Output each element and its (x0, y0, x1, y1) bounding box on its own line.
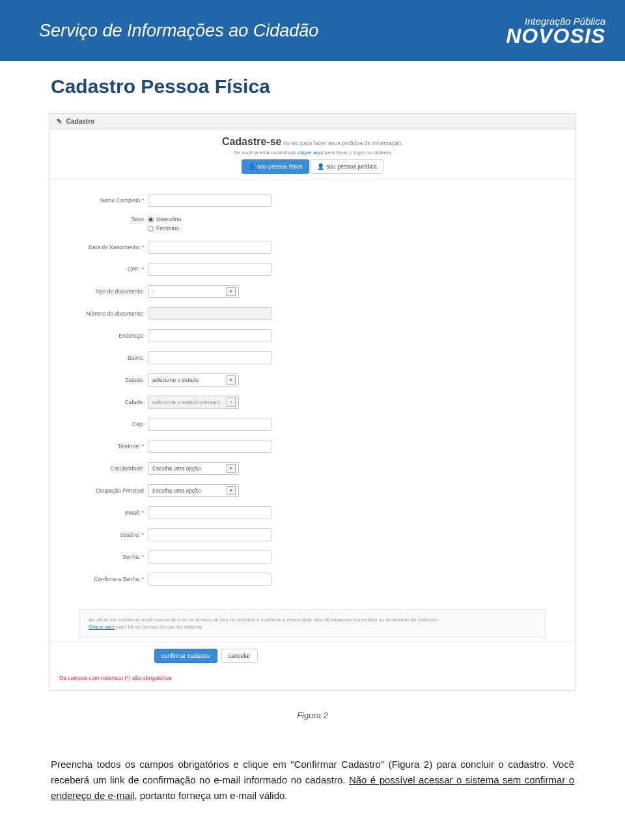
instruction-text-3: , portanto forneça um e-mail válido. (134, 790, 287, 801)
btn-pessoa-juridica[interactable]: 👤sou pessoa jurídica (311, 159, 383, 174)
chevron-down-icon: ▾ (227, 375, 236, 385)
label-usuario: Usuário: * (70, 532, 148, 538)
label-confirma-senha: Confirme a Senha: * (70, 576, 148, 582)
input-senha[interactable] (148, 550, 271, 563)
select-estado[interactable]: selecione o estado ▾ (148, 373, 239, 386)
page-heading: Cadastro Pessoa Física (0, 61, 625, 113)
label-cidade: Cidade: (70, 399, 148, 405)
label-bairro: Bairro: (70, 355, 148, 361)
panel-header-title: Cadastro (66, 118, 94, 125)
radio-feminino[interactable]: Feminino (148, 225, 179, 232)
top-banner: Serviço de Informações ao Cidadão Integr… (0, 0, 625, 61)
input-nome[interactable] (148, 194, 271, 207)
person-icon: 👤 (317, 163, 324, 170)
login-link[interactable]: clique aqui (298, 150, 323, 156)
select-value: - (152, 288, 154, 295)
headline-block: Cadastre-se no sic para fazer seus pedid… (50, 129, 575, 180)
btn-pessoa-juridica-label: sou pessoa jurídica (326, 163, 377, 170)
figure-caption: Figura 2 (0, 711, 625, 720)
form-actions: confirmar cadastro cancelar (50, 642, 575, 670)
person-icon: 👤 (248, 163, 255, 170)
label-numero-documento: Número do documento: (70, 310, 148, 317)
pencil-icon: ✎ (57, 118, 62, 125)
label-sexo: Sexo (70, 216, 148, 223)
radio-feminino-label: Feminino (156, 225, 179, 232)
select-ocupacao[interactable]: Escolha uma opção ▾ (148, 484, 239, 497)
banner-title: Serviço de Informações ao Cidadão (39, 21, 318, 41)
chevron-down-icon: ▾ (227, 464, 236, 473)
select-value: selecione o estado (152, 377, 199, 383)
terms-link[interactable]: Clique aqui (89, 624, 115, 630)
radio-masculino[interactable]: Masculino (148, 216, 181, 223)
input-telefone[interactable] (148, 440, 271, 453)
panel-header: ✎ Cadastro (50, 114, 575, 129)
banner-brand-block: Integração Pública NOVOSIS (506, 16, 605, 46)
label-cep: Cep: (70, 421, 148, 427)
select-value: Escolha uma opção (152, 465, 201, 472)
input-email[interactable] (148, 506, 271, 519)
label-ocupacao: Ocupação Principal (70, 487, 148, 494)
form-area: Nome Completo * Sexo Masculino Feminino … (50, 180, 575, 601)
btn-pessoa-fisica-label: sou pessoa física (257, 163, 303, 170)
select-value: Escolha uma opção (152, 487, 201, 494)
label-cpf: CPF: * (70, 266, 148, 273)
banner-brand: NOVOSIS (506, 27, 605, 46)
label-tipo-documento: Tipo de documento: (70, 288, 148, 295)
label-email: Email: * (70, 509, 148, 516)
required-fields-note: Os campos com Asterisco (*) são obrigató… (50, 670, 575, 686)
select-tipo-documento[interactable]: - ▾ (148, 285, 239, 298)
input-endereco[interactable] (148, 329, 271, 342)
btn-pessoa-fisica[interactable]: 👤sou pessoa física (242, 159, 309, 174)
input-numero-documento[interactable] (148, 307, 271, 320)
instruction-paragraph: Preencha todos os campos obrigatórios e … (0, 757, 625, 804)
select-escolaridade[interactable]: Escolha uma opção ▾ (148, 462, 239, 475)
label-nascimento: Data de Nascimento: * (70, 244, 148, 251)
login-hint-a: Se você já está cadastrado (234, 150, 298, 156)
radio-icon (148, 217, 154, 223)
select-value: selecione o estado primeiro (152, 399, 220, 405)
terms-box: Ao clicar em confirmar você concorda com… (79, 609, 546, 638)
chevron-down-icon: ▾ (227, 398, 236, 407)
confirm-button[interactable]: confirmar cadastro (154, 649, 217, 663)
label-estado: Estado: (70, 377, 148, 383)
label-telefone: Telefone: * (70, 443, 148, 450)
label-nome: Nome Completo * (70, 197, 148, 204)
headline-main: Cadastre-se (222, 136, 282, 147)
input-cpf[interactable] (148, 263, 271, 276)
login-hint: Se você já está cadastrado clique aqui p… (50, 150, 575, 156)
cancel-button[interactable]: cancelar (221, 649, 258, 663)
terms-line1: Ao clicar em confirmar você concorda com… (89, 616, 536, 623)
input-usuario[interactable] (148, 528, 271, 541)
login-hint-b: para fazer o login no sistema (323, 150, 391, 156)
headline-sub: no sic para fazer seus pedidos de inform… (282, 140, 404, 146)
radio-masculino-label: Masculino (156, 216, 181, 223)
input-bairro[interactable] (148, 351, 271, 364)
radio-icon (148, 226, 154, 232)
input-cep[interactable] (148, 418, 271, 431)
input-confirma-senha[interactable] (148, 573, 271, 586)
chevron-down-icon: ▾ (227, 287, 236, 296)
input-nascimento[interactable] (148, 241, 271, 254)
terms-line2: para ler os termos de uso do sistema (115, 624, 202, 630)
chevron-down-icon: ▾ (227, 486, 236, 495)
label-escolaridade: Escolaridade: (70, 465, 148, 472)
label-endereco: Endereço: (70, 332, 148, 339)
select-cidade[interactable]: selecione o estado primeiro ▾ (148, 396, 239, 409)
label-senha: Senha: * (70, 554, 148, 560)
person-type-buttons: 👤sou pessoa física 👤sou pessoa jurídica (50, 159, 575, 174)
form-screenshot: ✎ Cadastro Cadastre-se no sic para fazer… (49, 113, 576, 691)
